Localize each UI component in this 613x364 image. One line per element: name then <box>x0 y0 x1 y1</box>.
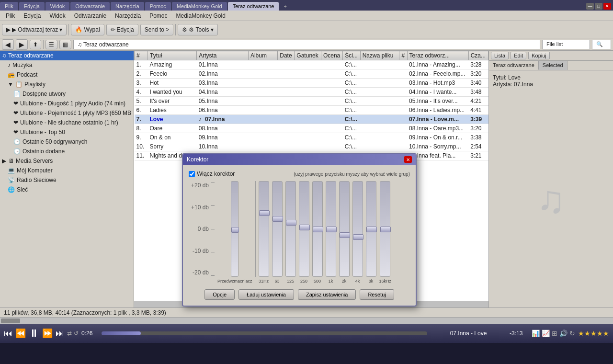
band-125-thumb[interactable] <box>286 220 296 226</box>
table-row[interactable]: 4.I wanted you04.InnaC:\...04.Inna - I w… <box>135 88 488 97</box>
band-31hz-thumb[interactable] <box>259 210 270 216</box>
sidebar-item-ulubione1[interactable]: ❤ Ulubione - Długość 1 płyty Audio (74 m… <box>0 99 134 108</box>
sidebar-item-ostatnio[interactable]: 🕒 Ostatnio dodane <box>0 147 134 156</box>
send-to-button[interactable]: Send to > <box>140 24 174 35</box>
sidebar-item-ulubione4[interactable]: ❤ Ulubione - Top 50 <box>0 127 134 137</box>
play-now-button[interactable]: ▶ ▶ Odtwarzaj teraz ▾ <box>2 24 67 35</box>
table-row[interactable]: 1.Amazing01.InnaC:\...01.Inna - Amazing.… <box>135 60 488 69</box>
col-rating[interactable]: Ocena <box>321 51 342 60</box>
col-num2[interactable]: # <box>399 51 407 60</box>
sidebar-item-radio[interactable]: 📡 Radio Sieciowe <box>0 175 134 185</box>
col-time[interactable]: Cza... <box>468 51 488 60</box>
sidebar-item-playlisty[interactable]: ▼ 📋 Playlisty <box>0 80 134 89</box>
edit-button[interactable]: ✏ Edycja <box>106 24 138 35</box>
content-scrollbar[interactable] <box>0 317 613 324</box>
repeat-button[interactable]: ↺ <box>74 330 79 337</box>
tab-odtwarzanie[interactable]: Odtwarzanie <box>70 2 110 11</box>
burn-button[interactable]: 🔥 Wypal <box>71 24 104 35</box>
menu-mediamonkey[interactable]: MediaMonkey Gold <box>172 11 229 20</box>
band-500-slider[interactable] <box>312 181 323 277</box>
load-settings-button[interactable]: Ładuj ustawienia <box>238 289 294 300</box>
save-settings-button[interactable]: Zapisz ustawienia <box>298 289 356 300</box>
options-button[interactable]: Opcje <box>204 289 235 300</box>
tab-pomoc[interactable]: Pomoc <box>145 2 171 11</box>
progress-bar[interactable] <box>102 331 427 335</box>
volume-icon[interactable]: 🔊 <box>559 330 568 337</box>
selected-sub-tab[interactable]: Selected <box>539 61 568 70</box>
eq-icon[interactable]: 📊 <box>532 330 540 337</box>
tools-button[interactable]: ⚙ ⚙ Tools ▾ <box>178 24 217 35</box>
sidebar-item-dostepne[interactable]: 📄 Dostępne utwory <box>0 89 134 99</box>
view-options-button[interactable]: ☰ <box>45 40 57 49</box>
tab-mediamonkey[interactable]: MediaMonkey Gold <box>172 2 227 11</box>
tab-active[interactable]: Teraz odtwarzane <box>228 2 279 11</box>
table-row[interactable]: 2.Feeelo02.InnaC:\...02.Inna - Feeelo.mp… <box>135 69 488 79</box>
menu-pomoc[interactable]: Pomoc <box>146 11 171 20</box>
breadcrumb-input[interactable]: ♫ Teraz odtwarzane <box>73 40 540 49</box>
col-album[interactable]: Album <box>248 51 277 60</box>
band-250-thumb[interactable] <box>299 225 310 230</box>
table-row[interactable]: 8.Oare08.InnaC:\...08.Inna - Oare.mp3...… <box>135 124 488 133</box>
table-row[interactable]: 9.On & on09.InnaC:\...09.Inna - On & on.… <box>135 133 488 142</box>
col-filename[interactable]: Nazwa pliku <box>360 51 399 60</box>
vis-icon[interactable]: 📈 <box>542 330 550 337</box>
fast-forward-button[interactable]: ⏩ <box>42 328 53 339</box>
preamp-thumb[interactable] <box>231 227 239 233</box>
tab-plus[interactable]: + <box>280 2 290 11</box>
menu-edycja[interactable]: Edycja <box>20 11 45 20</box>
band-63-thumb[interactable] <box>272 216 283 222</box>
sidebar-item-komputer[interactable]: 💻 Mój Komputer <box>0 166 134 175</box>
sidebar-item-media-servers[interactable]: ▶ 🖥 Media Servers <box>0 156 134 166</box>
band-16k-thumb[interactable] <box>380 227 391 232</box>
band-4k-slider[interactable] <box>352 181 363 277</box>
band-250-slider[interactable] <box>299 181 309 277</box>
reset-button[interactable]: Resetuj <box>360 289 394 300</box>
col-date[interactable]: Date <box>278 51 295 60</box>
col-artist[interactable]: Artysta <box>197 51 249 60</box>
enable-eq-checkbox[interactable]: Włącz korektor <box>189 171 235 177</box>
band-4k-thumb[interactable] <box>353 234 363 240</box>
table-row[interactable]: 3.Hot03.InnaC:\...03.Inna - Hot.mp33:40 <box>135 79 488 88</box>
sidebar-item-ostatnie50[interactable]: 🕒 Ostatnie 50 odgrywanych <box>0 137 134 147</box>
band-2k-slider[interactable] <box>339 181 350 277</box>
star-rating[interactable]: ★★★★★ <box>578 330 609 337</box>
col-num[interactable]: # <box>135 51 148 60</box>
band-8k-slider[interactable] <box>366 181 376 277</box>
dialog-close-button[interactable]: ✕ <box>404 156 412 163</box>
kopiuj-button[interactable]: Kopiuj <box>528 52 550 59</box>
preamp-slider-track[interactable] <box>231 181 238 277</box>
col-title[interactable]: Tytuł <box>148 51 197 60</box>
forward-button[interactable]: ▶ <box>16 39 28 50</box>
view-toggle-button[interactable]: ▦ <box>59 40 71 49</box>
table-row[interactable]: 10.Sorry10.InnaC:\...10.Inna - Sorry.mp.… <box>135 142 488 151</box>
menu-plik[interactable]: Plik <box>2 11 19 20</box>
equalizer-dialog[interactable]: Korektor ✕ Włącz korektor (użyj prawego … <box>182 153 417 307</box>
search-input[interactable]: 🔍 <box>592 40 611 49</box>
table-row[interactable]: 5.It's over05.InnaC:\...05.Inna - It's o… <box>135 97 488 106</box>
col-now-playing-col[interactable]: Teraz odtworz... <box>407 51 468 60</box>
band-1k-thumb[interactable] <box>326 227 337 232</box>
tab-widok[interactable]: Widok <box>45 2 70 11</box>
pause-button[interactable]: ⏸ <box>29 327 39 340</box>
menu-odtwarzanie[interactable]: Odtwarzanie <box>70 11 110 20</box>
shuffle-button[interactable]: ⇄ <box>67 330 72 337</box>
table-row[interactable]: 6.Ladies06.InnaC:\...06.Inna - Ladies.mp… <box>135 106 488 115</box>
tab-plik[interactable]: Plik <box>0 2 18 11</box>
band-63-slider[interactable] <box>272 181 283 277</box>
band-16k-slider[interactable] <box>380 181 390 277</box>
col-path[interactable]: Ści... <box>343 51 360 60</box>
band-31hz-slider[interactable] <box>259 181 269 277</box>
minimize-button[interactable]: — <box>586 3 594 10</box>
mini-player-icon[interactable]: ⊞ <box>552 330 557 337</box>
table-row[interactable]: 7.Love♪ 07.InnaC:\...07.Inna - Love.m...… <box>135 115 488 124</box>
sidebar-item-muzyka[interactable]: ♪ Muzyka <box>0 60 134 70</box>
rewind-button[interactable]: ⏪ <box>15 328 26 339</box>
eq-checkbox-input[interactable] <box>189 171 195 177</box>
menu-narzedzia[interactable]: Narzędzia <box>111 11 145 20</box>
up-button[interactable]: ⬆ <box>30 40 41 49</box>
sync-icon[interactable]: ↻ <box>569 330 575 337</box>
sidebar-item-now-playing[interactable]: ♫ Teraz odtwarzane <box>0 51 134 60</box>
sidebar-item-ulubione3[interactable]: ❤ Ulubione - Nie słuchane ostatnio (1 hr… <box>0 118 134 127</box>
edit-panel-button[interactable]: Edit <box>511 52 526 59</box>
now-playing-sub-tab[interactable]: Teraz odtwarzane <box>489 61 539 70</box>
